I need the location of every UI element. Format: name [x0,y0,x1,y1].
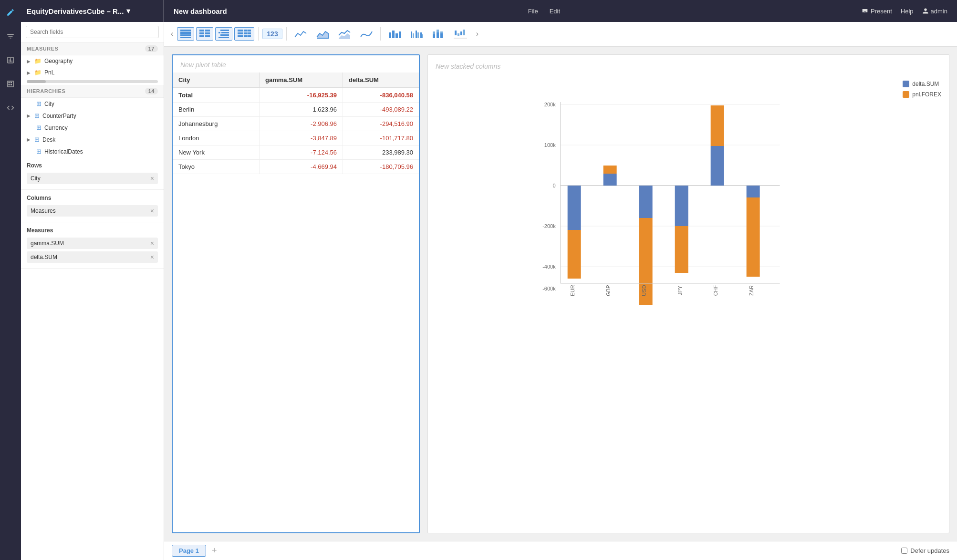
remove-delta-button[interactable]: × [150,254,154,260]
measures-section-header: MEASURES 17 [21,42,164,55]
chevron-down-icon: ▾ [126,7,130,15]
measures-label: MEASURES [27,46,58,52]
folder-icon: 📁 [34,58,42,64]
grid-table-button[interactable] [196,27,213,41]
waterfall-chart-button[interactable] [450,26,470,41]
tree-table-button[interactable] [215,27,232,41]
svg-rect-33 [422,34,423,38]
columns-title: Columns [27,195,158,201]
area-chart-button[interactable] [312,26,333,41]
defer-updates-label: Defer updates [910,547,949,554]
columns-chip-measures: Measures × [27,205,158,217]
svg-text:-600k: -600k [542,286,556,291]
grouped-bar-button[interactable] [406,26,426,41]
page-1-tab[interactable]: Page 1 [172,545,206,557]
table-row: London -3,847.89 -101,717.80 [173,131,419,145]
filter-icon[interactable] [3,29,18,44]
pivot-table-button[interactable] [234,27,254,41]
cell-delta: -294,516.90 [343,117,419,131]
svg-rect-40 [455,31,457,35]
cell-city: Berlin [173,103,260,117]
measures-count: 17 [145,45,158,52]
cell-gamma: 1,623.96 [260,103,343,117]
edit-menu[interactable]: Edit [550,8,560,15]
hierarchies-count: 14 [145,88,158,94]
present-button[interactable]: Present [861,7,892,15]
table-row: Tokyo -4,669.94 -180,705.96 [173,160,419,174]
sidebar-item-desk[interactable]: ▶ ⊞ Desk [21,134,164,145]
sidebar-item-counterparty[interactable]: ▶ ⊞ CounterParty [21,110,164,122]
add-page-button[interactable]: + [208,545,221,557]
svg-rect-43 [463,30,465,35]
code-icon[interactable] [3,100,18,115]
svg-rect-19 [244,32,248,34]
toolbar-nav-right[interactable]: › [474,28,480,40]
cell-gamma: -2,906.96 [260,117,343,131]
svg-text:-200k: -200k [542,223,556,229]
svg-rect-9 [205,35,210,37]
svg-rect-22 [244,35,248,37]
cell-delta: -180,705.96 [343,160,419,174]
bar-chart-button[interactable] [385,26,405,41]
rows-title: Rows [27,162,158,169]
sidebar-item-geography[interactable]: ▶ 📁 Geography [21,55,164,67]
expand-icon: ▶ [27,137,31,142]
defer-updates-control: Defer updates [901,547,949,554]
search-box [21,22,164,42]
svg-rect-57 [568,230,581,279]
remove-gamma-button[interactable]: × [150,240,154,247]
cell-gamma: -3,847.89 [260,131,343,145]
scrollbar-thumb[interactable] [27,80,46,83]
delta-sum-chip: delta.SUM × [27,251,158,263]
counterparty-label: CounterParty [42,113,76,119]
hierarchy-icon: ⊞ [36,100,42,107]
svg-rect-18 [238,32,243,34]
file-menu[interactable]: File [528,8,538,15]
pencil-icon[interactable] [3,5,18,20]
left-panel: EquityDerivativesCube – R... ▾ MEASURES … [21,0,164,560]
svg-text:JPY: JPY [677,285,683,295]
expand-icon: ▶ [27,113,31,118]
gamma-sum-chip: gamma.SUM × [27,238,158,249]
svg-text:CHF: CHF [713,285,718,296]
folder-icon: 📁 [34,69,42,76]
chip-label: City [31,175,41,182]
cube-selector[interactable]: EquityDerivativesCube – R... ▾ [27,7,130,15]
svg-rect-62 [639,186,653,218]
hierarchies-section-header: HIERARCHIES 14 [21,85,164,98]
cell-city: London [173,131,260,145]
remove-measures-col-button[interactable]: × [150,207,154,214]
cell-delta: -493,089.22 [343,103,419,117]
defer-updates-checkbox[interactable] [901,548,907,554]
expand-icon: ▶ [27,59,31,64]
svg-rect-56 [568,186,581,230]
city-label: City [44,101,54,107]
sidebar-item-currency[interactable]: ⊞ Currency [21,122,164,134]
nav-center: File Edit [528,8,560,15]
svg-rect-13 [220,34,229,36]
svg-rect-30 [416,31,417,38]
legend-item-forex: pnl.FOREX [903,91,941,98]
columns-section: Columns Measures × [21,190,164,222]
sidebar-item-pnl[interactable]: ▶ 📁 PnL [21,67,164,78]
search-input[interactable] [26,26,159,38]
table-icon[interactable] [3,76,18,92]
number-icon[interactable]: 123 [262,29,282,39]
sidebar-item-city[interactable]: ⊞ City [21,98,164,110]
stacked-area-button[interactable] [334,26,354,41]
line-chart-button[interactable] [291,26,311,41]
chart-icon[interactable] [3,52,18,68]
help-button[interactable]: Help [901,8,914,15]
pivot-title: New pivot table [173,55,419,73]
sidebar-item-historical[interactable]: ⊞ HistoricalDates [21,145,164,157]
smooth-line-button[interactable] [356,26,376,41]
toolbar-nav-left[interactable]: ‹ [169,28,175,40]
flat-table-button[interactable] [177,27,194,41]
remove-city-row-button[interactable]: × [150,175,154,182]
svg-rect-11 [218,32,220,33]
svg-rect-68 [711,146,724,186]
legend-item-delta: delta.SUM [903,81,941,87]
stacked-bar-button[interactable] [428,26,448,41]
svg-rect-31 [417,32,419,38]
admin-button[interactable]: admin [922,8,947,15]
